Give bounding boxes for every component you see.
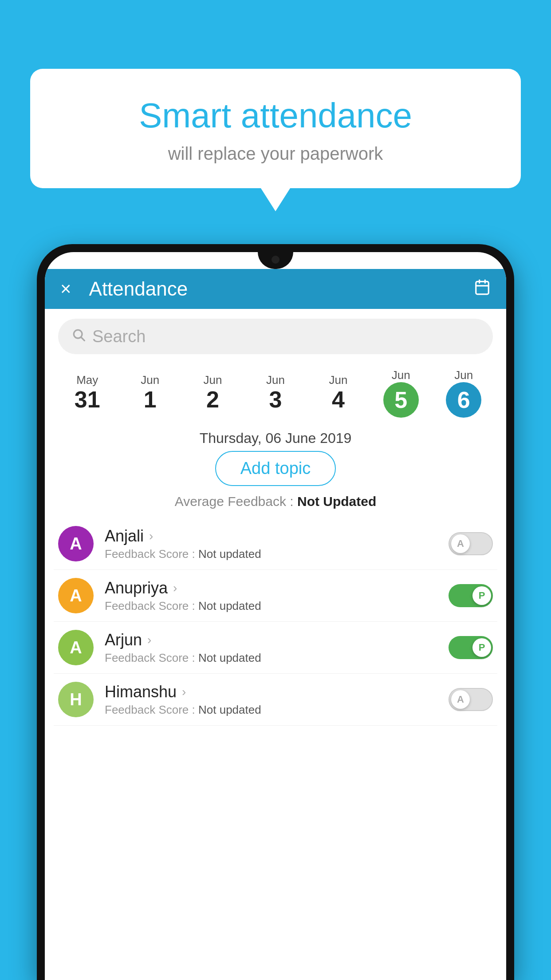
phone-inner: 14:29 ▲ ▲ ▮ × Attendance xyxy=(45,252,506,980)
feedback-score: Feedback Score : Not updated xyxy=(105,651,449,665)
student-name: Anjali › xyxy=(105,527,449,545)
date-strip: May31Jun1Jun2Jun3Jun4Jun5Jun6 xyxy=(45,364,506,422)
add-topic-button[interactable]: Add topic xyxy=(215,451,336,486)
signal-icon: ▲ xyxy=(477,256,485,265)
student-row[interactable]: AAnjali ›Feedback Score : Not updatedA xyxy=(54,518,497,570)
avatar: A xyxy=(58,526,94,561)
toggle-knob: A xyxy=(451,690,470,709)
date-item[interactable]: Jun1 xyxy=(118,373,181,412)
attendance-toggle[interactable]: A xyxy=(449,688,493,711)
date-item[interactable]: May31 xyxy=(56,373,118,412)
camera-dot xyxy=(272,256,279,264)
feedback-summary: Average Feedback : Not Updated xyxy=(45,494,506,509)
student-row[interactable]: AArjun ›Feedback Score : Not updatedP xyxy=(54,622,497,674)
chevron-icon: › xyxy=(149,529,153,543)
speech-bubble: Smart attendance will replace your paper… xyxy=(30,69,521,188)
date-day-circle: 6 xyxy=(446,382,481,418)
feedback-score: Feedback Score : Not updated xyxy=(105,599,449,613)
date-item[interactable]: Jun2 xyxy=(181,373,244,412)
student-info: Anupriya ›Feedback Score : Not updated xyxy=(105,579,449,613)
date-month: Jun xyxy=(433,368,495,382)
date-month: Jun xyxy=(118,373,181,387)
date-day: 1 xyxy=(118,387,181,412)
feedback-summary-label: Average Feedback : xyxy=(175,494,294,509)
avatar: A xyxy=(58,578,94,613)
student-list: AAnjali ›Feedback Score : Not updatedAAA… xyxy=(45,518,506,726)
chevron-icon: › xyxy=(173,581,177,595)
search-icon xyxy=(71,328,86,345)
date-month: Jun xyxy=(370,368,432,382)
student-name: Arjun › xyxy=(105,631,449,649)
toggle-knob: A xyxy=(451,534,470,553)
date-month: Jun xyxy=(307,373,370,387)
date-month: Jun xyxy=(244,373,307,387)
avatar: A xyxy=(58,630,94,665)
toggle-knob: P xyxy=(472,586,491,605)
date-day: 31 xyxy=(56,387,118,412)
calendar-button[interactable] xyxy=(474,279,491,300)
header-title: Attendance xyxy=(89,278,474,300)
date-item[interactable]: Jun3 xyxy=(244,373,307,412)
chevron-icon: › xyxy=(147,633,151,647)
student-name: Anupriya › xyxy=(105,579,449,597)
search-bar[interactable]: Search xyxy=(58,319,493,354)
attendance-toggle[interactable]: P xyxy=(449,636,493,659)
feedback-score: Feedback Score : Not updated xyxy=(105,547,449,561)
bubble-title: Smart attendance xyxy=(57,95,494,136)
date-item[interactable]: Jun4 xyxy=(307,373,370,412)
svg-rect-0 xyxy=(476,281,489,294)
date-day: 3 xyxy=(244,387,307,412)
attendance-toggle[interactable]: P xyxy=(449,584,493,607)
wifi-icon: ▲ xyxy=(465,256,473,265)
date-day: 4 xyxy=(307,387,370,412)
student-info: Arjun ›Feedback Score : Not updated xyxy=(105,631,449,665)
student-name: Himanshu › xyxy=(105,683,449,701)
search-placeholder: Search xyxy=(92,327,146,346)
selected-date-label: Thursday, 06 June 2019 xyxy=(45,430,506,447)
date-day-circle: 5 xyxy=(383,382,419,418)
feedback-summary-value: Not Updated xyxy=(297,494,376,509)
date-month: May xyxy=(56,373,118,387)
bubble-subtitle: will replace your paperwork xyxy=(57,144,494,164)
battery-icon: ▮ xyxy=(488,256,493,265)
date-item[interactable]: Jun5 xyxy=(370,368,432,418)
student-info: Himanshu ›Feedback Score : Not updated xyxy=(105,683,449,717)
attendance-toggle[interactable]: A xyxy=(449,532,493,555)
app-header: × Attendance xyxy=(45,269,506,309)
student-info: Anjali ›Feedback Score : Not updated xyxy=(105,527,449,561)
date-item[interactable]: Jun6 xyxy=(433,368,495,418)
date-month: Jun xyxy=(181,373,244,387)
svg-line-5 xyxy=(81,337,84,340)
close-button[interactable]: × xyxy=(60,280,71,298)
date-day: 2 xyxy=(181,387,244,412)
phone-mockup: 14:29 ▲ ▲ ▮ × Attendance xyxy=(37,244,514,980)
status-time: 14:29 xyxy=(58,255,83,266)
chevron-icon: › xyxy=(182,685,186,699)
feedback-score: Feedback Score : Not updated xyxy=(105,703,449,717)
student-row[interactable]: AAnupriya ›Feedback Score : Not updatedP xyxy=(54,570,497,622)
toggle-knob: P xyxy=(472,638,491,657)
student-row[interactable]: HHimanshu ›Feedback Score : Not updatedA xyxy=(54,674,497,726)
status-icons: ▲ ▲ ▮ xyxy=(465,256,493,265)
avatar: H xyxy=(58,682,94,717)
